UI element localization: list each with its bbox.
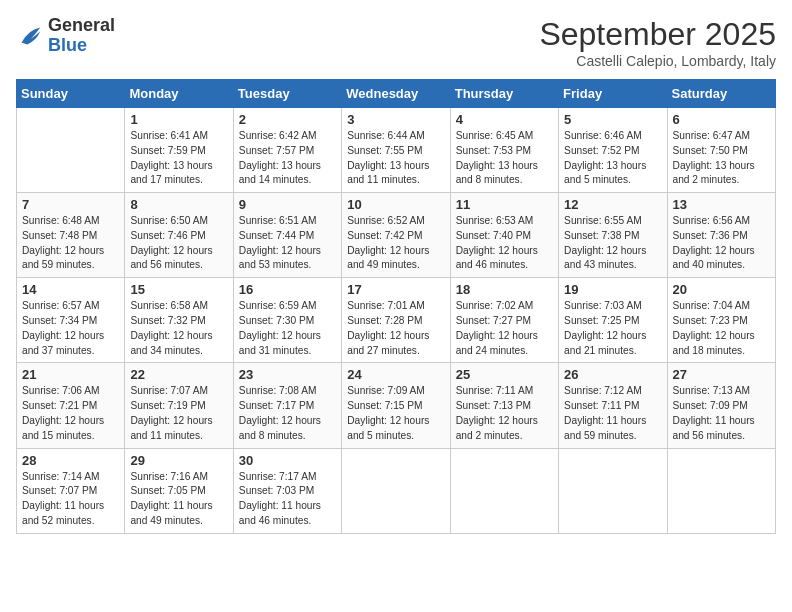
day-number: 30 (239, 453, 336, 468)
day-cell: 7Sunrise: 6:48 AMSunset: 7:48 PMDaylight… (17, 193, 125, 278)
day-info: Sunrise: 7:17 AMSunset: 7:03 PMDaylight:… (239, 470, 336, 529)
month-title: September 2025 (539, 16, 776, 53)
day-info: Sunrise: 6:47 AMSunset: 7:50 PMDaylight:… (673, 129, 770, 188)
day-number: 17 (347, 282, 444, 297)
day-cell: 30Sunrise: 7:17 AMSunset: 7:03 PMDayligh… (233, 448, 341, 533)
day-cell (450, 448, 558, 533)
day-cell: 17Sunrise: 7:01 AMSunset: 7:28 PMDayligh… (342, 278, 450, 363)
day-cell: 1Sunrise: 6:41 AMSunset: 7:59 PMDaylight… (125, 108, 233, 193)
day-info: Sunrise: 6:45 AMSunset: 7:53 PMDaylight:… (456, 129, 553, 188)
location-subtitle: Castelli Calepio, Lombardy, Italy (539, 53, 776, 69)
day-info: Sunrise: 6:50 AMSunset: 7:46 PMDaylight:… (130, 214, 227, 273)
week-row-5: 28Sunrise: 7:14 AMSunset: 7:07 PMDayligh… (17, 448, 776, 533)
day-number: 15 (130, 282, 227, 297)
day-cell: 14Sunrise: 6:57 AMSunset: 7:34 PMDayligh… (17, 278, 125, 363)
day-info: Sunrise: 7:07 AMSunset: 7:19 PMDaylight:… (130, 384, 227, 443)
day-number: 19 (564, 282, 661, 297)
day-number: 2 (239, 112, 336, 127)
weekday-header-friday: Friday (559, 80, 667, 108)
day-cell: 21Sunrise: 7:06 AMSunset: 7:21 PMDayligh… (17, 363, 125, 448)
day-number: 26 (564, 367, 661, 382)
day-cell: 9Sunrise: 6:51 AMSunset: 7:44 PMDaylight… (233, 193, 341, 278)
day-cell: 11Sunrise: 6:53 AMSunset: 7:40 PMDayligh… (450, 193, 558, 278)
day-info: Sunrise: 6:56 AMSunset: 7:36 PMDaylight:… (673, 214, 770, 273)
day-cell: 26Sunrise: 7:12 AMSunset: 7:11 PMDayligh… (559, 363, 667, 448)
day-cell: 25Sunrise: 7:11 AMSunset: 7:13 PMDayligh… (450, 363, 558, 448)
day-number: 5 (564, 112, 661, 127)
day-info: Sunrise: 7:04 AMSunset: 7:23 PMDaylight:… (673, 299, 770, 358)
weekday-header-row: SundayMondayTuesdayWednesdayThursdayFrid… (17, 80, 776, 108)
day-info: Sunrise: 6:41 AMSunset: 7:59 PMDaylight:… (130, 129, 227, 188)
day-cell: 13Sunrise: 6:56 AMSunset: 7:36 PMDayligh… (667, 193, 775, 278)
day-number: 14 (22, 282, 119, 297)
day-info: Sunrise: 6:42 AMSunset: 7:57 PMDaylight:… (239, 129, 336, 188)
day-number: 6 (673, 112, 770, 127)
weekday-header-thursday: Thursday (450, 80, 558, 108)
day-number: 18 (456, 282, 553, 297)
day-cell (17, 108, 125, 193)
logo: General Blue (16, 16, 115, 56)
day-info: Sunrise: 7:03 AMSunset: 7:25 PMDaylight:… (564, 299, 661, 358)
day-cell: 6Sunrise: 6:47 AMSunset: 7:50 PMDaylight… (667, 108, 775, 193)
day-info: Sunrise: 6:44 AMSunset: 7:55 PMDaylight:… (347, 129, 444, 188)
day-number: 28 (22, 453, 119, 468)
week-row-2: 7Sunrise: 6:48 AMSunset: 7:48 PMDaylight… (17, 193, 776, 278)
day-number: 11 (456, 197, 553, 212)
day-cell: 23Sunrise: 7:08 AMSunset: 7:17 PMDayligh… (233, 363, 341, 448)
week-row-1: 1Sunrise: 6:41 AMSunset: 7:59 PMDaylight… (17, 108, 776, 193)
logo-text: General Blue (48, 16, 115, 56)
day-info: Sunrise: 6:48 AMSunset: 7:48 PMDaylight:… (22, 214, 119, 273)
calendar-table: SundayMondayTuesdayWednesdayThursdayFrid… (16, 79, 776, 534)
day-cell (342, 448, 450, 533)
day-number: 7 (22, 197, 119, 212)
day-info: Sunrise: 7:13 AMSunset: 7:09 PMDaylight:… (673, 384, 770, 443)
logo-general: General (48, 15, 115, 35)
day-info: Sunrise: 7:02 AMSunset: 7:27 PMDaylight:… (456, 299, 553, 358)
day-cell: 19Sunrise: 7:03 AMSunset: 7:25 PMDayligh… (559, 278, 667, 363)
day-cell: 8Sunrise: 6:50 AMSunset: 7:46 PMDaylight… (125, 193, 233, 278)
logo-icon (16, 22, 44, 50)
day-info: Sunrise: 7:08 AMSunset: 7:17 PMDaylight:… (239, 384, 336, 443)
weekday-header-wednesday: Wednesday (342, 80, 450, 108)
day-cell: 22Sunrise: 7:07 AMSunset: 7:19 PMDayligh… (125, 363, 233, 448)
day-info: Sunrise: 7:06 AMSunset: 7:21 PMDaylight:… (22, 384, 119, 443)
day-cell: 12Sunrise: 6:55 AMSunset: 7:38 PMDayligh… (559, 193, 667, 278)
day-info: Sunrise: 6:59 AMSunset: 7:30 PMDaylight:… (239, 299, 336, 358)
day-cell: 5Sunrise: 6:46 AMSunset: 7:52 PMDaylight… (559, 108, 667, 193)
day-number: 12 (564, 197, 661, 212)
day-cell: 2Sunrise: 6:42 AMSunset: 7:57 PMDaylight… (233, 108, 341, 193)
day-cell: 4Sunrise: 6:45 AMSunset: 7:53 PMDaylight… (450, 108, 558, 193)
day-number: 8 (130, 197, 227, 212)
day-number: 27 (673, 367, 770, 382)
day-info: Sunrise: 7:16 AMSunset: 7:05 PMDaylight:… (130, 470, 227, 529)
day-info: Sunrise: 6:51 AMSunset: 7:44 PMDaylight:… (239, 214, 336, 273)
day-number: 9 (239, 197, 336, 212)
weekday-header-tuesday: Tuesday (233, 80, 341, 108)
day-cell: 16Sunrise: 6:59 AMSunset: 7:30 PMDayligh… (233, 278, 341, 363)
day-info: Sunrise: 7:12 AMSunset: 7:11 PMDaylight:… (564, 384, 661, 443)
weekday-header-saturday: Saturday (667, 80, 775, 108)
day-info: Sunrise: 7:14 AMSunset: 7:07 PMDaylight:… (22, 470, 119, 529)
day-cell: 28Sunrise: 7:14 AMSunset: 7:07 PMDayligh… (17, 448, 125, 533)
day-number: 1 (130, 112, 227, 127)
day-info: Sunrise: 6:52 AMSunset: 7:42 PMDaylight:… (347, 214, 444, 273)
day-number: 25 (456, 367, 553, 382)
day-info: Sunrise: 6:57 AMSunset: 7:34 PMDaylight:… (22, 299, 119, 358)
day-cell: 15Sunrise: 6:58 AMSunset: 7:32 PMDayligh… (125, 278, 233, 363)
day-info: Sunrise: 7:11 AMSunset: 7:13 PMDaylight:… (456, 384, 553, 443)
day-number: 22 (130, 367, 227, 382)
day-info: Sunrise: 6:55 AMSunset: 7:38 PMDaylight:… (564, 214, 661, 273)
day-cell (667, 448, 775, 533)
day-number: 13 (673, 197, 770, 212)
day-info: Sunrise: 7:01 AMSunset: 7:28 PMDaylight:… (347, 299, 444, 358)
day-number: 29 (130, 453, 227, 468)
day-cell: 29Sunrise: 7:16 AMSunset: 7:05 PMDayligh… (125, 448, 233, 533)
day-number: 16 (239, 282, 336, 297)
day-cell: 20Sunrise: 7:04 AMSunset: 7:23 PMDayligh… (667, 278, 775, 363)
day-cell: 24Sunrise: 7:09 AMSunset: 7:15 PMDayligh… (342, 363, 450, 448)
header: General Blue September 2025 Castelli Cal… (16, 16, 776, 69)
day-number: 20 (673, 282, 770, 297)
day-cell: 10Sunrise: 6:52 AMSunset: 7:42 PMDayligh… (342, 193, 450, 278)
day-number: 21 (22, 367, 119, 382)
logo-blue: Blue (48, 35, 87, 55)
